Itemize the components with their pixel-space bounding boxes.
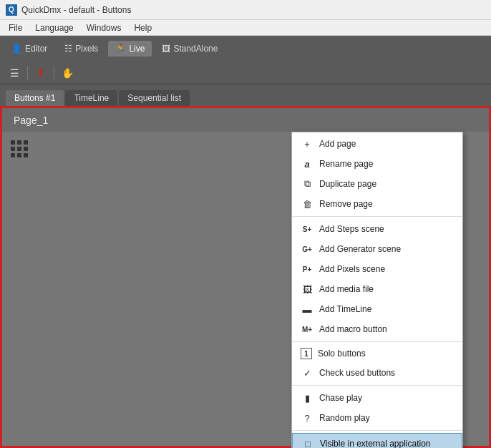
ctx-rename-page-label: Rename page: [319, 159, 454, 169]
ctx-visible-external-label: Visible in external application: [320, 439, 453, 448]
random-play-icon: ?: [301, 412, 313, 424]
tab-sequential[interactable]: Sequential list: [119, 90, 190, 106]
tab-editor[interactable]: 👤 Editor: [4, 41, 54, 57]
main-area: Page_1 + Add page a Rename page ⧉ Duplic…: [0, 106, 491, 448]
tab-live[interactable]: 🏃 Live: [108, 41, 152, 57]
ctx-solo-buttons[interactable]: 1 Solo buttons: [292, 344, 462, 363]
page-tabs: Buttons #1 TimeLine Sequential list: [0, 84, 491, 106]
toolbar2-divider2: [54, 66, 54, 80]
editor-icon: 👤: [11, 44, 22, 54]
ctx-duplicate-page[interactable]: ⧉ Duplicate page: [292, 174, 462, 194]
add-timeline-icon: ▬: [301, 303, 313, 316]
title-bar-text: QuickDmx - default - Buttons: [21, 5, 131, 15]
ctx-add-timeline-label: Add TimeLine: [319, 304, 454, 314]
ctx-add-page[interactable]: + Add page: [292, 134, 462, 154]
upload-btn[interactable]: ⬆: [32, 64, 49, 82]
menu-file[interactable]: File: [3, 21, 28, 34]
page-content[interactable]: + Add page a Rename page ⧉ Duplicate pag…: [0, 132, 491, 448]
menu-windows[interactable]: Windows: [81, 21, 127, 34]
ctx-remove-page[interactable]: 🗑 Remove page: [292, 194, 462, 214]
app-icon: Q: [6, 4, 17, 16]
live-icon: 🏃: [115, 44, 126, 54]
toolbar2-divider1: [27, 66, 28, 80]
menu-bar: File Language Windows Help: [0, 20, 491, 36]
ctx-sep2: [292, 341, 462, 342]
ctx-random-play[interactable]: ? Random play: [292, 408, 462, 428]
ctx-visible-external[interactable]: □ Visible in external application: [292, 433, 462, 448]
remove-page-icon: 🗑: [301, 198, 313, 210]
title-bar: Q QuickDmx - default - Buttons: [0, 0, 491, 20]
ctx-remove-page-label: Remove page: [319, 199, 454, 209]
ctx-chase-play[interactable]: ▮ Chase play: [292, 388, 462, 408]
add-media-icon: 🖼: [301, 283, 313, 296]
standalone-icon: 🖼: [162, 44, 170, 54]
ctx-add-steps[interactable]: S+ Add Steps scene: [292, 219, 462, 239]
page-name: Page_1: [14, 115, 48, 126]
duplicate-page-icon: ⧉: [301, 177, 313, 190]
add-steps-icon: S+: [301, 223, 313, 235]
menu-btn[interactable]: ☰: [6, 64, 23, 82]
toolbar2: ☰ ⬆ ✋: [0, 62, 491, 84]
page-grid-icon: [11, 140, 31, 160]
ctx-add-pixels-label: Add Pixels scene: [319, 264, 454, 274]
toolbar: 👤 Editor ☷ Pixels 🏃 Live 🖼 StandAlone: [0, 36, 491, 62]
menu-help[interactable]: Help: [128, 21, 157, 34]
page-header: Page_1: [0, 106, 491, 132]
ctx-sep1: [292, 216, 462, 217]
add-pixels-icon: P+: [301, 263, 313, 276]
ctx-check-used[interactable]: ✓ Check used buttons: [292, 363, 462, 383]
ctx-duplicate-page-label: Duplicate page: [319, 179, 454, 189]
ctx-sep3: [292, 385, 462, 386]
menu-language[interactable]: Language: [29, 21, 79, 34]
pixels-icon: ☷: [64, 44, 72, 54]
check-used-icon: ✓: [301, 366, 313, 379]
ctx-add-media[interactable]: 🖼 Add media file: [292, 279, 462, 299]
ctx-sep4: [292, 430, 462, 431]
tab-timeline[interactable]: TimeLine: [65, 90, 117, 106]
add-page-icon: +: [301, 137, 313, 150]
ctx-add-macro-label: Add macro button: [319, 324, 454, 334]
visible-external-icon: □: [301, 437, 314, 448]
ctx-solo-buttons-label: Solo buttons: [318, 349, 454, 359]
ctx-add-generator[interactable]: G+ Add Generator scene: [292, 239, 462, 259]
solo-buttons-icon: 1: [301, 348, 312, 359]
ctx-rename-page[interactable]: a Rename page: [292, 154, 462, 174]
tab-buttons1[interactable]: Buttons #1: [6, 90, 64, 106]
context-menu: + Add page a Rename page ⧉ Duplicate pag…: [291, 132, 463, 448]
ctx-add-steps-label: Add Steps scene: [319, 224, 454, 234]
ctx-chase-play-label: Chase play: [319, 393, 454, 403]
chase-play-icon: ▮: [301, 391, 313, 404]
ctx-add-page-label: Add page: [319, 139, 454, 149]
ctx-random-play-label: Random play: [319, 413, 454, 423]
tab-pixels[interactable]: ☷ Pixels: [57, 41, 105, 57]
hand-btn[interactable]: ✋: [59, 64, 76, 82]
ctx-add-macro[interactable]: M+ Add macro button: [292, 319, 462, 339]
add-generator-icon: G+: [301, 243, 313, 255]
ctx-add-pixels[interactable]: P+ Add Pixels scene: [292, 259, 462, 279]
ctx-add-media-label: Add media file: [319, 284, 454, 294]
ctx-add-timeline[interactable]: ▬ Add TimeLine: [292, 299, 462, 319]
ctx-check-used-label: Check used buttons: [319, 368, 454, 378]
rename-page-icon: a: [301, 157, 313, 170]
tab-standalone[interactable]: 🖼 StandAlone: [155, 41, 225, 57]
add-macro-icon: M+: [301, 323, 313, 336]
ctx-add-generator-label: Add Generator scene: [319, 244, 454, 254]
